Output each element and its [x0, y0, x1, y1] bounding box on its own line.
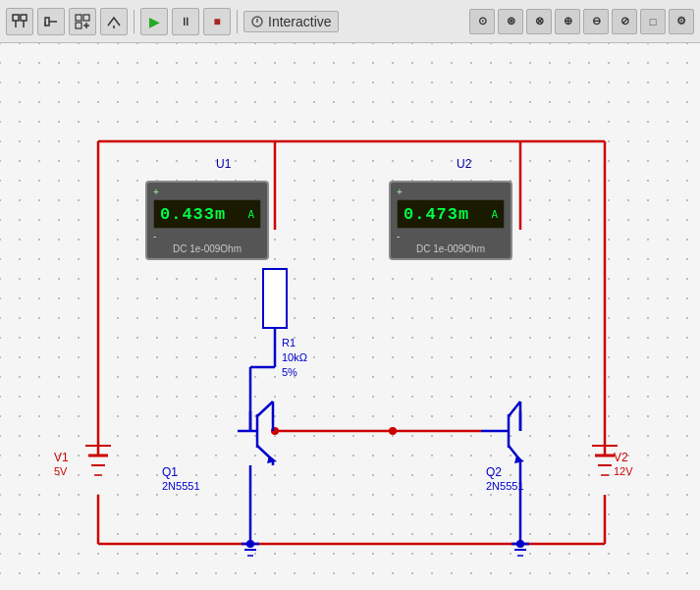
- label-u2: U2: [457, 157, 471, 171]
- multimeter-u2: + 0.473m A - DC 1e-009Ohm: [389, 181, 512, 260]
- multimeter-u1: + 0.433m A - DC 1e-009Ohm: [145, 181, 269, 260]
- label-u1: U1: [216, 157, 231, 171]
- mode-selector[interactable]: Interactive: [243, 11, 339, 32]
- mm1-top-label: +: [153, 187, 261, 197]
- scope-vv-btn[interactable]: ⊕: [555, 9, 580, 34]
- circuit-canvas[interactable]: + 0.433m A - DC 1e-009Ohm + 0.473m A - D…: [0, 43, 700, 590]
- mm2-sub: DC 1e-009Ohm: [397, 243, 505, 254]
- snap-tool-btn[interactable]: [100, 8, 128, 35]
- mm2-top-label: +: [397, 187, 505, 197]
- svg-rect-9: [76, 23, 81, 28]
- svg-rect-7: [76, 15, 81, 21]
- mm1-unit: A: [247, 208, 254, 221]
- scope-a-btn[interactable]: ⊛: [498, 9, 523, 34]
- svg-line-59: [509, 402, 520, 416]
- mm2-unit: A: [491, 208, 498, 221]
- label-v1: V15V: [54, 451, 69, 478]
- label-v2: V212V: [614, 451, 633, 478]
- svg-point-35: [389, 427, 397, 435]
- grid-tool-btn[interactable]: [69, 8, 96, 35]
- scope-aa-btn[interactable]: ⊖: [583, 9, 609, 34]
- pause-btn[interactable]: ⏸: [172, 8, 199, 35]
- mode-label: Interactive: [268, 14, 332, 29]
- toolbar: ▶ ⏸ ■ Interactive ⊙ ⊛ ⊗ ⊕ ⊖ ⊘ □ ⚙: [0, 0, 700, 43]
- scope-sq-btn[interactable]: □: [640, 9, 666, 34]
- stop-btn[interactable]: ■: [203, 8, 231, 35]
- mm2-bot-label: -: [397, 231, 505, 241]
- svg-line-51: [257, 402, 273, 416]
- svg-rect-0: [13, 15, 19, 21]
- label-q2: Q22N5551: [486, 465, 524, 493]
- cursor-tool-btn[interactable]: [6, 8, 33, 35]
- mm1-screen: 0.433m A: [153, 199, 261, 229]
- svg-rect-4: [45, 18, 49, 26]
- scope-w-btn[interactable]: ⊗: [526, 9, 552, 34]
- label-q1: Q12N5551: [162, 465, 200, 493]
- sep1: [134, 10, 135, 33]
- svg-rect-8: [83, 15, 89, 21]
- settings-btn[interactable]: ⚙: [669, 9, 694, 34]
- svg-rect-47: [263, 269, 287, 328]
- sep2: [237, 10, 238, 33]
- mm2-value: 0.473m: [404, 205, 469, 224]
- mm1-bot-label: -: [153, 231, 261, 241]
- scope-v-btn[interactable]: ⊙: [469, 9, 495, 34]
- mm1-sub: DC 1e-009Ohm: [153, 243, 261, 254]
- svg-rect-1: [21, 15, 27, 21]
- mm2-screen: 0.473m A: [397, 199, 505, 229]
- circuit-diagram: [0, 43, 700, 590]
- label-r1: R110kΩ5%: [282, 336, 307, 380]
- mm1-value: 0.433m: [160, 205, 226, 224]
- scope-toolbar: ⊙ ⊛ ⊗ ⊕ ⊖ ⊘ □ ⚙: [469, 9, 694, 34]
- probe-tool-btn[interactable]: [37, 8, 65, 35]
- play-btn[interactable]: ▶: [140, 8, 168, 35]
- scope-va-btn[interactable]: ⊘: [612, 9, 637, 34]
